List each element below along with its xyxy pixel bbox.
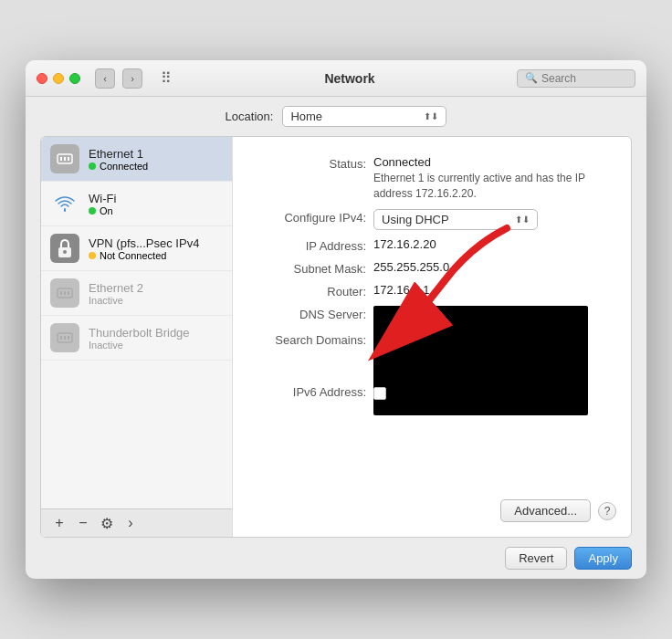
ip-row: IP Address: 172.16.2.20 — [255, 237, 609, 253]
help-button[interactable]: ? — [598, 502, 616, 520]
detail-panel: Status: Connected Ethernet 1 is currentl… — [233, 137, 631, 537]
network-preferences-window: ‹ › ⠿ Network 🔍 Location: Home ⬆⬇ — [26, 60, 646, 579]
sidebar-item-ethernet2[interactable]: Ethernet 2 Inactive — [41, 271, 232, 316]
vpn-name: VPN (pfs...Psec IPv4 — [89, 236, 199, 250]
ipv6-checkbox[interactable] — [373, 387, 386, 400]
configure-label: Configure IPv4: — [255, 209, 373, 225]
wifi-info: Wi-Fi On — [89, 192, 116, 216]
ethernet2-info: Ethernet 2 Inactive — [89, 281, 143, 306]
bottom-buttons: Advanced... ? — [500, 499, 616, 522]
svg-point-5 — [63, 250, 67, 254]
forward-button[interactable]: › — [122, 68, 142, 89]
vpn-status-dot — [89, 252, 96, 259]
bottom-right-buttons: Revert Apply — [505, 547, 632, 570]
svg-rect-13 — [68, 336, 69, 340]
wifi-name: Wi-Fi — [89, 192, 116, 205]
status-value-container: Connected Ethernet 1 is currently active… — [373, 155, 609, 202]
dns-label: DNS Server: — [255, 306, 373, 321]
domains-label: Search Domains: — [255, 331, 373, 347]
add-button[interactable]: + — [48, 513, 70, 533]
svg-rect-7 — [60, 291, 62, 295]
router-value: 172.16.2.1 — [373, 283, 429, 297]
sidebar-item-vpn[interactable]: VPN (pfs...Psec IPv4 Not Connected — [41, 226, 232, 271]
svg-rect-8 — [64, 291, 66, 295]
ipv6-label: IPv6 Address: — [255, 383, 373, 399]
sidebar-list: Ethernet 1 Connected — [41, 137, 232, 508]
ethernet2-name: Ethernet 2 — [89, 281, 143, 295]
window-title: Network — [190, 71, 509, 86]
ethernet1-status-dot — [89, 162, 96, 170]
configure-chevron-icon: ⬆⬇ — [515, 215, 530, 225]
vpn-icon — [50, 234, 79, 263]
ethernet1-name: Ethernet 1 — [89, 147, 148, 161]
location-label: Location: — [226, 110, 274, 123]
dns-redacted — [373, 306, 588, 415]
status-row: Status: Connected Ethernet 1 is currentl… — [255, 155, 609, 202]
svg-rect-11 — [60, 336, 62, 340]
wifi-status: On — [89, 205, 116, 216]
maximize-button[interactable] — [69, 73, 80, 84]
vpn-status: Not Connected — [89, 250, 199, 261]
subnet-label: Subnet Mask: — [255, 260, 373, 276]
gear-button[interactable]: ⚙ — [96, 513, 118, 533]
revert-button[interactable]: Revert — [505, 547, 567, 570]
subnet-row: Subnet Mask: 255.255.255.0 — [255, 260, 609, 276]
ethernet1-info: Ethernet 1 Connected — [89, 147, 148, 172]
thunderbolt-name: Thunderbolt Bridge — [89, 326, 190, 340]
sidebar-item-thunderbolt[interactable]: Thunderbolt Bridge Inactive — [41, 316, 232, 361]
sidebar-item-wifi[interactable]: Wi-Fi On — [41, 182, 232, 226]
bottom-bar: Revert Apply — [26, 538, 646, 579]
sidebar-item-ethernet1[interactable]: Ethernet 1 Connected — [41, 137, 232, 182]
ip-label: IP Address: — [255, 237, 373, 253]
grid-icon[interactable]: ⠿ — [153, 68, 179, 89]
search-icon: 🔍 — [525, 72, 538, 84]
ip-value: 172.16.2.20 — [373, 237, 436, 251]
location-dropdown[interactable]: Home ⬆⬇ — [282, 106, 446, 127]
ipv6-checkbox-area — [373, 387, 386, 400]
configure-value: Using DHCP — [382, 213, 449, 226]
subnet-value: 255.255.255.0 — [373, 260, 449, 274]
sidebar-toolbar: + − ⚙ › — [41, 508, 232, 537]
traffic-lights — [37, 73, 80, 84]
svg-rect-2 — [64, 157, 66, 161]
svg-rect-1 — [60, 157, 62, 161]
back-button[interactable]: ‹ — [95, 68, 115, 89]
status-description: Ethernet 1 is currently active and has t… — [373, 171, 609, 202]
search-box[interactable]: 🔍 — [517, 69, 635, 88]
thunderbolt-info: Thunderbolt Bridge Inactive — [89, 326, 190, 351]
thunderbolt-icon — [50, 323, 79, 352]
status-label: Status: — [255, 155, 373, 171]
chevron-down-icon: ⬆⬇ — [424, 111, 438, 121]
titlebar: ‹ › ⠿ Network 🔍 — [26, 60, 646, 97]
ethernet1-status: Connected — [89, 161, 148, 172]
search-input[interactable] — [541, 72, 627, 85]
main-content: Ethernet 1 Connected — [40, 136, 632, 538]
apply-button[interactable]: Apply — [574, 547, 632, 570]
wifi-icon — [50, 189, 79, 218]
wifi-status-dot — [89, 207, 96, 215]
svg-rect-12 — [64, 336, 66, 340]
thunderbolt-status: Inactive — [89, 340, 190, 351]
svg-rect-9 — [68, 291, 69, 295]
location-bar: Location: Home ⬆⬇ — [26, 97, 646, 136]
minimize-button[interactable] — [53, 73, 64, 84]
ethernet1-icon — [50, 144, 79, 173]
status-value: Connected — [373, 155, 431, 169]
ethernet2-status: Inactive — [89, 295, 143, 306]
router-label: Router: — [255, 283, 373, 299]
sidebar: Ethernet 1 Connected — [41, 137, 233, 537]
svg-rect-3 — [68, 157, 69, 161]
advanced-button[interactable]: Advanced... — [500, 499, 591, 522]
configure-dropdown[interactable]: Using DHCP ⬆⬇ — [373, 209, 538, 230]
configure-row: Configure IPv4: Using DHCP ⬆⬇ — [255, 209, 609, 230]
close-button[interactable] — [37, 73, 47, 84]
router-row: Router: 172.16.2.1 — [255, 283, 609, 299]
vpn-info: VPN (pfs...Psec IPv4 Not Connected — [89, 236, 199, 261]
chevron-button[interactable]: › — [120, 513, 142, 533]
location-value: Home — [290, 110, 322, 123]
remove-button[interactable]: − — [72, 513, 94, 533]
ethernet2-icon — [50, 278, 79, 308]
